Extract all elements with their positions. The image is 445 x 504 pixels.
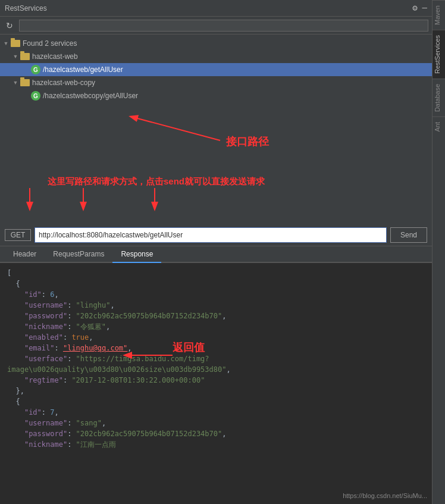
folder-icon-3 [20, 79, 30, 86]
arrow-down-icon: ▼ [2, 40, 10, 47]
annotation-send-hint: 这里写路径和请求方式，点击send就可以直接发送请求 [48, 176, 265, 187]
get-badge-1: G [31, 65, 40, 74]
title-bar: RestServices ⚙ ─ [0, 0, 432, 17]
endpoint-2-label: /hazelcastwebcopy/getAllUser [43, 92, 138, 100]
right-sidebar: Maven RestServices Database Ant [432, 0, 445, 504]
service-tree: ▼ Found 2 services ▼ hazelcast-web G /ha… [0, 35, 432, 105]
svg-line-1 [131, 117, 220, 140]
arrow-down-icon-2: ▼ [12, 53, 19, 60]
response-area[interactable]: [ { "id": 6, "username": "linghu", "pass… [0, 263, 432, 504]
url-input[interactable] [35, 227, 387, 243]
app-title: RestServices [5, 4, 47, 12]
search-input[interactable] [19, 20, 428, 32]
tree-endpoint-1[interactable]: G /hazelcastweb/getAllUser [0, 63, 432, 76]
folder-icon [11, 40, 20, 47]
folder-icon-2 [20, 53, 30, 60]
get-badge-2: G [31, 91, 40, 101]
endpoint-1-label: /hazelcastweb/getAllUser [43, 65, 123, 74]
annotation-interface-path: 接口路径 [226, 134, 269, 149]
tree-service-2[interactable]: ▼ hazelcast-web-copy [0, 76, 432, 89]
service-1-label: hazelcast-web [32, 52, 78, 61]
annotation-arrows-svg2 [0, 105, 432, 224]
tree-root[interactable]: ▼ Found 2 services [0, 37, 432, 50]
sidebar-tab-database[interactable]: Database [433, 79, 445, 117]
sidebar-tab-restservices[interactable]: RestServices [433, 30, 445, 79]
annotation-arrow-svg [0, 105, 432, 224]
watermark: https://blog.csdn.net/SiuMu... [343, 492, 427, 499]
response-content: [ { "id": 6, "username": "linghu", "pass… [7, 268, 425, 450]
settings-icon[interactable]: ⚙ [412, 3, 417, 13]
service-2-label: hazelcast-web-copy [32, 79, 95, 87]
tree-service-1[interactable]: ▼ hazelcast-web [0, 50, 432, 63]
toolbar: ↻ [0, 17, 432, 35]
tab-request-params[interactable]: RequestParams [45, 246, 112, 263]
method-badge: GET [5, 229, 31, 241]
minimize-icon[interactable]: ─ [422, 4, 427, 13]
url-bar: GET Send [0, 224, 432, 246]
sidebar-tab-ant[interactable]: Ant [433, 117, 445, 137]
refresh-button[interactable]: ↻ [4, 20, 15, 32]
send-button[interactable]: Send [390, 227, 427, 243]
tree-endpoint-2[interactable]: G /hazelcastwebcopy/getAllUser [0, 89, 432, 102]
tab-header[interactable]: Header [5, 246, 45, 263]
title-bar-icons: ⚙ ─ [412, 3, 427, 13]
root-label: Found 2 services [23, 39, 77, 48]
tab-response[interactable]: Response [112, 246, 161, 263]
tabs-bar: Header RequestParams Response [0, 246, 432, 263]
sidebar-tab-maven[interactable]: Maven [433, 0, 445, 30]
arrow-down-icon-3: ▼ [12, 79, 19, 86]
